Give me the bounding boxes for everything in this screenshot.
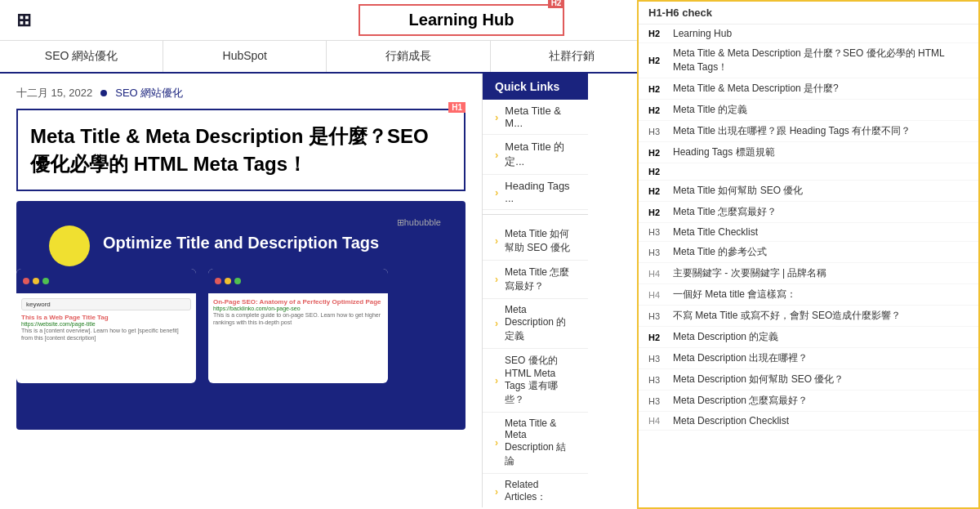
card-desc-2: This is a complete guide to on-page SEO.… xyxy=(213,311,383,326)
main-link-text: Meta Description 的定義 xyxy=(505,304,576,343)
quick-link-arrow: › xyxy=(495,186,498,199)
quick-link-items: ›Meta Title & M...›Meta Title 的定...›Head… xyxy=(483,100,588,210)
content: 十二月 15, 2022 SEO 網站優化 H1 Meta Title & Me… xyxy=(0,74,482,507)
main-link-text: Meta Title & Meta Description 結論 xyxy=(505,417,576,468)
h-tag: H3 xyxy=(648,354,673,364)
card-dot-green xyxy=(42,278,49,284)
main-link-arrow: › xyxy=(495,318,498,329)
h-check-row: H2Meta Title 的定義 xyxy=(639,100,978,121)
h-tag: H4 xyxy=(648,269,673,279)
h-check-row: H2Meta Description 的定義 xyxy=(639,327,978,348)
main-link-items: ›Meta Title 如何幫助 SEO 優化›Meta Title 怎麼寫最好… xyxy=(483,222,588,507)
h-text: Meta Title 的參考公式 xyxy=(673,245,969,259)
h-tag: H3 xyxy=(648,396,673,406)
h-check-row: H2Meta Title & Meta Description 是什麼？SEO … xyxy=(639,43,978,78)
h-tag: H2 xyxy=(648,333,673,342)
quick-link-text: Meta Title 的定... xyxy=(505,140,576,169)
h-text: Meta Title & Meta Description 是什麼？SEO 優化… xyxy=(673,47,969,74)
h-check-row: H3不寫 Meta Title 或寫不好，會對 SEO造成什麼影響？ xyxy=(639,306,978,327)
main-link-arrow: › xyxy=(495,437,498,449)
h-check-row: H2Heading Tags 標題規範 xyxy=(639,142,978,163)
h-text: Meta Description 如何幫助 SEO 優化？ xyxy=(673,373,969,386)
card-dot-red xyxy=(23,278,29,284)
h-text: Meta Title 的定義 xyxy=(673,103,969,117)
h-check-header: H1-H6 check xyxy=(639,2,978,25)
h-tag: H2 xyxy=(648,56,673,65)
main-link-item[interactable]: ›Meta Title 如何幫助 SEO 優化 xyxy=(483,222,588,261)
h1-badge: H1 xyxy=(448,102,466,113)
h-tag: H3 xyxy=(648,375,673,385)
h-tag: H4 xyxy=(648,416,673,426)
article-image: ⊞hububble Optimize Title and Description… xyxy=(16,201,466,430)
h-check-row: H2Meta Title & Meta Description 是什麼? xyxy=(639,78,978,100)
image-card-2: On-Page SEO: Anatomy of a Perfectly Opti… xyxy=(208,269,388,383)
h-tag: H2 xyxy=(648,208,673,217)
image-cards: keyword This Is a Web Page Title Tag htt… xyxy=(16,269,466,383)
main-link-item[interactable]: ›Meta Description 的定義 xyxy=(483,299,588,349)
card-header-1 xyxy=(16,269,196,293)
card-title-2: On-Page SEO: Anatomy of a Perfectly Opti… xyxy=(213,298,383,306)
h-check-row: H3Meta Description 怎麼寫最好？ xyxy=(639,391,978,412)
h-tag: H2 xyxy=(648,84,673,94)
hub-title: Learning Hub H2 xyxy=(359,4,565,36)
card-dot2-yellow xyxy=(225,278,231,284)
h-tag: H2 xyxy=(648,29,673,38)
quick-link-item[interactable]: ›Meta Title & M... xyxy=(483,100,588,135)
article-date: 十二月 15, 2022 xyxy=(16,86,92,100)
article-title: Meta Title & Meta Description 是什麼？SEO 優化… xyxy=(30,123,452,177)
main-link-arrow: › xyxy=(495,274,498,285)
date-row: 十二月 15, 2022 SEO 網站優化 xyxy=(16,86,466,100)
h-tag: H2 xyxy=(648,148,673,158)
card-body-2: On-Page SEO: Anatomy of a Perfectly Opti… xyxy=(208,293,388,331)
quick-links-header: Quick Links xyxy=(483,74,588,100)
nav-item[interactable]: 社群行銷 xyxy=(491,41,654,72)
h-text: Meta Title 如何幫助 SEO 優化 xyxy=(673,184,969,198)
main-link-item[interactable]: ›Meta Title 怎麼寫最好？ xyxy=(483,261,588,299)
h-tag: H3 xyxy=(648,311,673,321)
card-input-1: keyword xyxy=(21,298,191,310)
h-check-row: H3Meta Description 出現在哪裡？ xyxy=(639,348,978,369)
card-body-1: keyword This Is a Web Page Title Tag htt… xyxy=(16,293,196,346)
h-check-row: H2Learning Hub xyxy=(639,25,978,43)
main-link-arrow: › xyxy=(495,486,498,498)
main-link-item[interactable]: ›SEO 優化的 HTML Meta Tags 還有哪些？ xyxy=(483,349,588,413)
h-tag: H2 xyxy=(648,186,673,196)
h-text: Learning Hub xyxy=(673,28,969,39)
h-check-row: H2 xyxy=(639,163,978,181)
dot-separator xyxy=(100,90,107,96)
h-text: Meta Description 出現在哪裡？ xyxy=(673,351,969,365)
h-text: Meta Title Checklist xyxy=(673,226,969,238)
main-link-item[interactable]: ›Meta Title & Meta Description 結論 xyxy=(483,413,588,474)
nav-item[interactable]: 行銷成長 xyxy=(327,41,490,72)
image-logo: ⊞hububble xyxy=(397,217,441,228)
article-category: SEO 網站優化 xyxy=(115,86,183,100)
h-check-row: H3Meta Title Checklist xyxy=(639,223,978,242)
card-desc-1: This is a [content overview]. Learn how … xyxy=(21,327,191,342)
h-tag: H4 xyxy=(648,290,673,300)
h-tag: H3 xyxy=(648,227,673,237)
h-tag: H2 xyxy=(648,105,673,115)
h-check-row: H2Meta Title 如何幫助 SEO 優化 xyxy=(639,181,978,202)
nav-item[interactable]: HubSpot xyxy=(163,41,327,72)
nav-item[interactable]: SEO 網站優化 xyxy=(0,41,163,72)
card-dot2-green xyxy=(234,278,241,284)
main-link-arrow: › xyxy=(495,235,498,247)
quick-link-item[interactable]: ›Meta Title 的定... xyxy=(483,135,588,175)
quick-link-text: Meta Title & M... xyxy=(505,105,576,129)
h-text: 主要關鍵字 - 次要關鍵字 | 品牌名稱 xyxy=(673,266,969,280)
h-check-row: H3Meta Title 出現在哪裡？跟 Heading Tags 有什麼不同？ xyxy=(639,121,978,142)
hub-title-text: Learning Hub xyxy=(409,11,514,29)
image-card-1: keyword This Is a Web Page Title Tag htt… xyxy=(16,269,196,383)
image-circle xyxy=(49,225,90,266)
main-link-item[interactable]: ›Related Articles： xyxy=(483,474,588,507)
quick-link-arrow: › xyxy=(495,149,498,161)
h-text: 一個好 Meta title 會這樣寫： xyxy=(673,288,969,301)
card-title-1: This Is a Web Page Title Tag xyxy=(21,314,191,321)
h-text: Heading Tags 標題規範 xyxy=(673,145,969,159)
h-tag: H3 xyxy=(648,248,673,257)
quick-link-item[interactable]: ›Heading Tags ... xyxy=(483,175,588,210)
card-url-2: https://backlinko.com/on-page-seo xyxy=(213,306,383,311)
quick-link-text: Heading Tags ... xyxy=(505,180,576,204)
h-check-row: H4主要關鍵字 - 次要關鍵字 | 品牌名稱 xyxy=(639,263,978,284)
h-text: Meta Description 的定義 xyxy=(673,330,969,344)
